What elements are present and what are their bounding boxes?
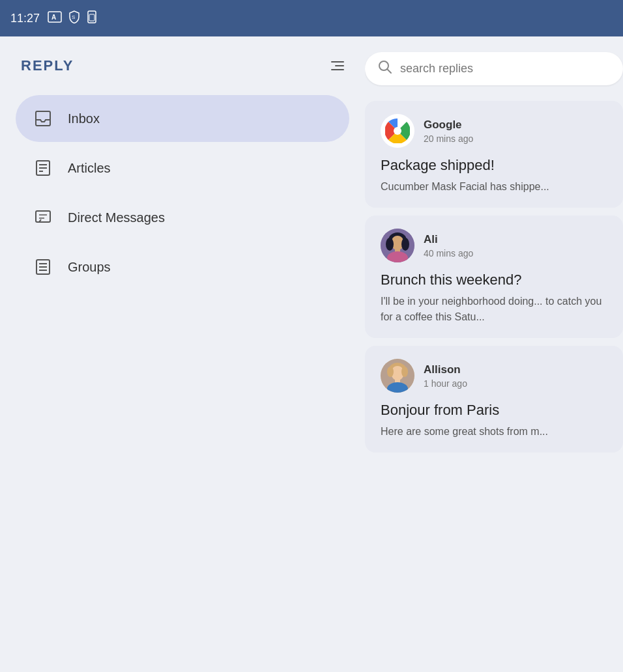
message-card-ali[interactable]: Ali 40 mins ago Brunch this weekend? I'l… (365, 216, 623, 338)
messages-list: Google 20 mins ago Package shipped! Cucu… (365, 101, 623, 453)
svg-rect-10 (36, 211, 50, 222)
sidebar-item-inbox[interactable]: Inbox (16, 95, 349, 142)
avatar-allison (381, 359, 414, 393)
sidebar-nav: Inbox Articles (16, 95, 349, 290)
search-input[interactable] (400, 62, 610, 76)
message-header-google: Google 20 mins ago (381, 114, 607, 148)
svg-point-33 (401, 367, 408, 377)
status-icons: A S (48, 10, 97, 26)
sender-info-allison: Allison 1 hour ago (424, 363, 467, 389)
menu-line-1 (331, 61, 344, 63)
message-preview-google: Cucumber Mask Facial has shippe... (381, 179, 607, 195)
groups-label: Groups (68, 260, 111, 275)
sender-time-allison: 1 hour ago (424, 378, 467, 389)
sidebar: REPLY Inbox (0, 36, 365, 672)
svg-rect-5 (36, 111, 50, 126)
keyboard-icon: A (48, 11, 62, 25)
svg-text:A: A (51, 14, 56, 21)
articles-icon (31, 156, 55, 180)
dm-label: Direct Messages (68, 210, 165, 225)
sender-info-ali: Ali 40 mins ago (424, 233, 473, 259)
inbox-label: Inbox (68, 111, 100, 126)
svg-text:S: S (72, 14, 75, 20)
status-time: 11:27 (10, 12, 40, 25)
inbox-icon (31, 107, 55, 130)
groups-icon (31, 255, 55, 279)
svg-point-26 (401, 238, 409, 251)
articles-label: Articles (68, 161, 111, 176)
main-container: REPLY Inbox (0, 36, 623, 672)
message-subject-allison: Bonjour from Paris (381, 402, 607, 419)
sender-time-google: 20 mins ago (424, 133, 473, 144)
search-icon (378, 60, 392, 77)
message-header-allison: Allison 1 hour ago (381, 359, 607, 393)
app-logo: REPLY (21, 57, 74, 74)
sender-time-ali: 40 mins ago (424, 248, 473, 259)
svg-point-19 (394, 127, 401, 135)
sender-name-google: Google (424, 119, 473, 132)
message-header-ali: Ali 40 mins ago (381, 229, 607, 262)
message-preview-allison: Here are some great shots from m... (381, 424, 607, 440)
menu-collapse-button[interactable] (331, 61, 344, 70)
avatar-ali (381, 229, 414, 262)
sidebar-item-direct-messages[interactable]: Direct Messages (16, 194, 349, 241)
message-subject-google: Package shipped! (381, 157, 607, 174)
sidebar-item-groups[interactable]: Groups (16, 244, 349, 290)
menu-line-2 (335, 65, 344, 66)
menu-line-3 (331, 69, 344, 70)
sender-info-google: Google 20 mins ago (424, 119, 473, 144)
sim-icon (87, 10, 97, 26)
sidebar-item-articles[interactable]: Articles (16, 145, 349, 191)
dm-icon (31, 206, 55, 229)
search-bar[interactable] (365, 52, 623, 85)
sender-name-ali: Ali (424, 233, 473, 246)
message-preview-ali: I'll be in your neighborhood doing... to… (381, 294, 607, 325)
sidebar-header: REPLY (16, 57, 349, 74)
svg-line-18 (387, 69, 391, 73)
shield-icon: S (68, 10, 80, 26)
status-bar: 11:27 A S (0, 0, 623, 36)
sender-name-allison: Allison (424, 363, 467, 376)
right-panel: Google 20 mins ago Package shipped! Cucu… (365, 36, 623, 672)
svg-point-25 (386, 238, 394, 251)
avatar-google (381, 114, 414, 148)
svg-point-32 (387, 367, 394, 377)
svg-rect-30 (395, 378, 400, 383)
message-card-allison[interactable]: Allison 1 hour ago Bonjour from Paris He… (365, 346, 623, 453)
svg-rect-4 (89, 14, 94, 21)
message-subject-ali: Brunch this weekend? (381, 272, 607, 288)
message-card-google[interactable]: Google 20 mins ago Package shipped! Cucu… (365, 101, 623, 208)
